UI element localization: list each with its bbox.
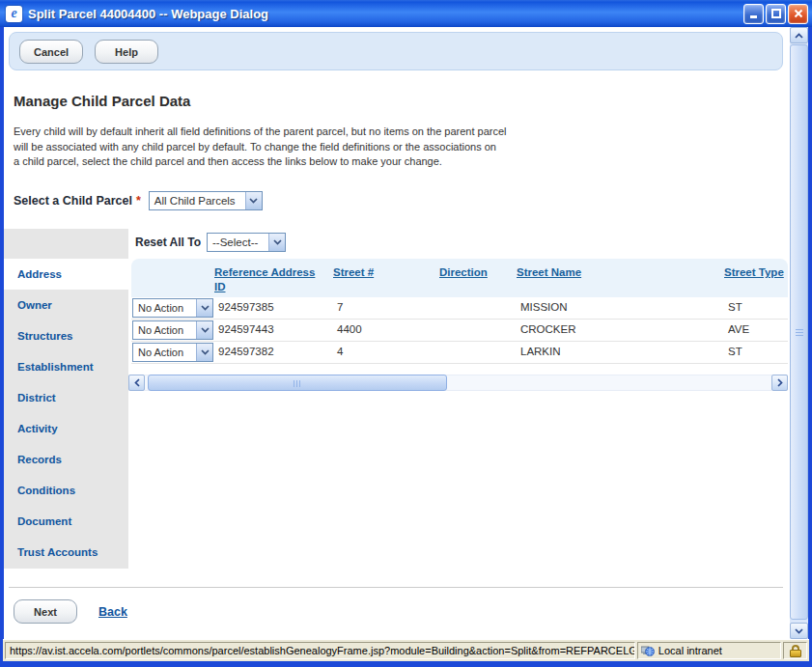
reset-all-row: Reset All To --Select-- — [135, 233, 286, 252]
reset-all-label: Reset All To — [135, 236, 201, 249]
address-table-header: Reference Address ID Street # Direction … — [131, 259, 788, 297]
status-url: https://av.ist.accela.com/portlets/commo… — [10, 645, 635, 656]
dropdown-arrow-icon — [196, 299, 212, 317]
vertical-scroll-thumb[interactable] — [790, 44, 808, 620]
sidebar-item-district[interactable]: District — [4, 382, 128, 413]
status-bar: https://av.ist.accela.com/portlets/commo… — [3, 639, 809, 661]
cell-street-type: AVE — [728, 323, 749, 335]
dropdown-arrow-icon — [196, 321, 212, 339]
title-bar: e Split Parcel 44004400 -- Webpage Dialo… — [0, 0, 812, 27]
dropdown-arrow-icon — [245, 192, 262, 209]
sidebar-item-document[interactable]: Document — [4, 506, 128, 537]
cell-street-type: ST — [728, 301, 742, 313]
close-button[interactable] — [788, 4, 808, 24]
table-row: No Action 924597443 4400 CROCKER AVE — [131, 320, 788, 342]
dialog-vertical-scrollbar[interactable] — [790, 27, 808, 639]
horizontal-scroll-thumb[interactable] — [148, 375, 447, 391]
window-controls — [743, 4, 808, 24]
dropdown-arrow-icon — [268, 234, 285, 251]
column-header-reference-address-id[interactable]: Reference Address ID — [214, 265, 322, 294]
table-row: No Action 924597382 4 LARKIN ST — [131, 342, 788, 364]
dialog-content: Cancel Help Manage Child Parcel Data Eve… — [4, 27, 790, 639]
sidebar-item-records[interactable]: Records — [4, 444, 128, 475]
row-action-select[interactable]: No Action — [132, 343, 213, 362]
minimize-icon — [749, 9, 759, 18]
cell-reference-address-id: 924597382 — [218, 346, 274, 357]
next-button[interactable]: Next — [14, 599, 77, 624]
sidebar-item-activity[interactable]: Activity — [4, 413, 128, 444]
local-intranet-icon — [641, 645, 655, 657]
sidebar-item-conditions[interactable]: Conditions — [4, 475, 128, 506]
column-header-street-number[interactable]: Street # — [333, 265, 430, 280]
description-text: Every child will by default inherit all … — [14, 125, 593, 170]
child-parcel-label: Select a Child Parcel — [14, 194, 132, 208]
maximize-button[interactable] — [766, 4, 786, 24]
back-link[interactable]: Back — [98, 605, 127, 619]
scroll-right-icon — [777, 378, 783, 387]
close-icon — [794, 9, 803, 18]
scroll-thumb-grip — [294, 380, 301, 387]
sidebar-item-owner[interactable]: Owner — [4, 290, 128, 320]
scroll-up-icon — [795, 33, 803, 39]
toolbar-panel: Cancel Help — [9, 32, 783, 70]
sidebar-item-trust-accounts[interactable]: Trust Accounts — [4, 537, 128, 568]
child-parcel-select-row: Select a Child Parcel * All Child Parcel… — [14, 191, 263, 210]
description-line: Every child will by default inherit all … — [14, 125, 593, 140]
required-marker: * — [136, 194, 141, 208]
row-action-select[interactable]: No Action — [132, 298, 213, 318]
scroll-up-button[interactable] — [790, 27, 808, 43]
status-zone-label: Local intranet — [658, 645, 722, 656]
internet-explorer-icon: e — [6, 6, 22, 22]
child-parcel-select[interactable]: All Child Parcels — [149, 191, 263, 210]
table-row: No Action 924597385 7 MISSION ST — [131, 297, 788, 320]
cancel-button[interactable]: Cancel — [19, 40, 83, 64]
status-zone-section: Local intranet — [637, 642, 781, 659]
sidebar-item-structures[interactable]: Structures — [4, 320, 128, 351]
help-button[interactable]: Help — [95, 40, 158, 64]
scroll-left-button[interactable] — [128, 375, 145, 391]
scroll-left-icon — [134, 378, 140, 387]
page-title: Manage Child Parcel Data — [14, 93, 190, 109]
scroll-down-button[interactable] — [790, 623, 808, 639]
row-action-select[interactable]: No Action — [132, 320, 213, 340]
cell-reference-address-id: 924597443 — [218, 323, 274, 335]
cell-street-name: CROCKER — [520, 323, 576, 335]
maximize-icon — [771, 9, 781, 18]
scroll-down-icon — [795, 628, 803, 634]
cell-street-type: ST — [728, 346, 742, 357]
column-header-street-type[interactable]: Street Type — [724, 265, 788, 280]
column-header-direction[interactable]: Direction — [439, 265, 517, 280]
status-url-section: https://av.ist.accela.com/portlets/commo… — [5, 642, 635, 659]
scroll-thumb-grip — [796, 328, 803, 336]
window-title: Split Parcel 44004400 -- Webpage Dialog — [28, 7, 743, 21]
lock-icon — [790, 645, 801, 657]
scroll-right-button[interactable] — [771, 375, 788, 391]
footer-divider — [9, 587, 783, 588]
status-lock-section — [783, 642, 807, 659]
table-horizontal-scrollbar[interactable] — [128, 375, 788, 391]
reset-all-select[interactable]: --Select-- — [207, 233, 286, 252]
description-line: a child parcel, select the child parcel … — [14, 154, 593, 170]
description-line: will be associated with any child parcel… — [14, 140, 593, 155]
sidebar-item-address[interactable]: Address — [4, 259, 128, 290]
column-header-street-name[interactable]: Street Name — [517, 265, 710, 280]
cell-reference-address-id: 924597385 — [218, 301, 274, 313]
minimize-button[interactable] — [743, 4, 764, 24]
dropdown-arrow-icon — [196, 344, 212, 361]
cell-street-number: 4400 — [337, 323, 362, 335]
sidebar-item-establishment[interactable]: Establishment — [4, 351, 128, 382]
cell-street-number: 7 — [337, 301, 343, 313]
cell-street-name: LARKIN — [520, 346, 561, 357]
cell-street-number: 4 — [337, 346, 343, 357]
cell-street-name: MISSION — [520, 301, 568, 313]
sidebar: Address Owner Structures Establishment D… — [4, 229, 128, 569]
